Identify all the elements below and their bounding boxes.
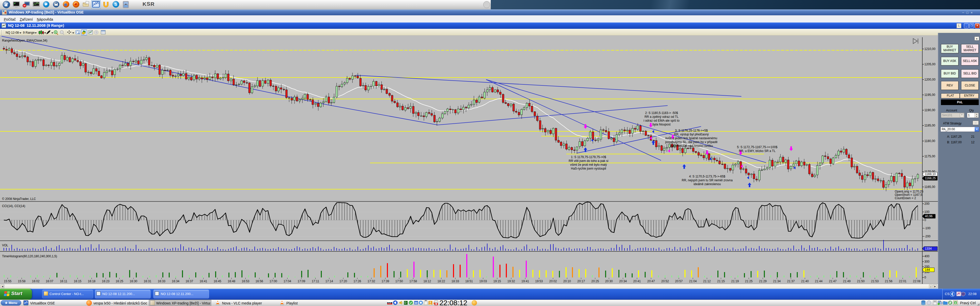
svg-text:20:10: 20:10 (563, 279, 571, 283)
svg-text:19:53: 19:53 (535, 279, 543, 283)
svg-text:21:44: 21:44 (815, 279, 822, 283)
svg-text:20:47: 20:47 (647, 279, 655, 283)
svg-text:17:39: 17:39 (382, 279, 389, 283)
svg-text:144: 144 (925, 268, 930, 271)
svg-text:19:32: 19:32 (508, 279, 515, 283)
svg-text:ideálně zakreslenou: ideálně zakreslenou (694, 182, 721, 186)
svg-text:4: S 1170,5-1173,75->-65$: 4: S 1170,5-1173,75->-65$ (689, 175, 725, 178)
svg-text:1169,10: 1169,10 (925, 172, 936, 176)
svg-text:RR vlítl jsem do toho a pak si: RR vlítl jsem do toho a pak si (569, 159, 608, 163)
svg-text:0: 0 (924, 218, 926, 222)
svg-text:vytvoření DB nad hrozící svíčk: vytvoření DB nad hrozící svíčku (670, 144, 713, 147)
svg-text:21:47: 21:47 (829, 279, 837, 283)
svg-text:21:15: 21:15 (717, 279, 725, 283)
svg-text:1175,00: 1175,00 (924, 155, 935, 158)
svg-text:17:09: 17:09 (298, 279, 305, 283)
svg-text:20:02: 20:02 (549, 279, 557, 283)
svg-text:CCI(14), CCI(14): CCI(14), CCI(14) (2, 204, 25, 208)
svg-text:5: S 1172,75-1167,75->+100$: 5: S 1172,75-1167,75->+100$ (737, 145, 778, 149)
svg-text:18:33: 18:33 (452, 279, 459, 283)
svg-text:RR a zpětný odraz od TL: RR a zpětný odraz od TL (644, 115, 679, 119)
svg-text:1205,00: 1205,00 (924, 62, 935, 66)
svg-text:17:50: 17:50 (395, 279, 403, 283)
svg-text:RangeNextOpen, EMA(Close,34): RangeNextOpen, EMA(Close,34) (2, 39, 47, 42)
svg-text:1334: 1334 (925, 247, 932, 251)
svg-text:21:25: 21:25 (745, 279, 752, 283)
svg-text:21:12: 21:12 (703, 279, 711, 283)
svg-text:17:00: 17:00 (269, 279, 277, 283)
svg-text:40,96: 40,96 (925, 214, 932, 218)
svg-text:400: 400 (924, 254, 929, 258)
svg-text:18:12: 18:12 (423, 279, 431, 283)
svg-text:17:14: 17:14 (325, 279, 333, 283)
svg-text:1195,00: 1195,00 (924, 93, 935, 97)
svg-text:1185,00: 1185,00 (924, 124, 935, 127)
svg-text:20:30: 20:30 (605, 279, 613, 283)
svg-text:CountDown = 2: CountDown = 2 (895, 197, 916, 200)
svg-text:19:03: 19:03 (479, 279, 487, 283)
svg-text:kvůli o jeden tick špatně nast: kvůli o jeden tick špatně nastavenému (666, 136, 718, 140)
svg-text:100: 100 (924, 210, 929, 214)
svg-text:RR, u EMY, blízko SR a TL: RR, u EMY, blízko SR a TL (739, 149, 776, 153)
svg-text:20:17: 20:17 (577, 279, 585, 283)
svg-text:16:25: 16:25 (116, 279, 123, 283)
svg-text:21:29: 21:29 (759, 279, 767, 283)
svg-text:16:31: 16:31 (144, 279, 151, 283)
svg-text:21:34: 21:34 (773, 279, 781, 283)
svg-text:D: D (404, 301, 406, 304)
svg-text:21:37: 21:37 (787, 279, 795, 283)
svg-text:22:08: 22:08 (913, 279, 921, 283)
svg-text:21:19: 21:19 (731, 279, 739, 283)
svg-text:16:07: 16:07 (46, 279, 53, 283)
svg-text:19:15: 19:15 (493, 279, 501, 283)
svg-text:1200,00: 1200,00 (924, 78, 935, 81)
svg-text:20:41: 20:41 (633, 279, 641, 283)
svg-text:21:50: 21:50 (857, 279, 865, 283)
svg-text:21:53: 21:53 (871, 279, 879, 283)
svg-text:16:53: 16:53 (242, 279, 249, 283)
svg-text:HaS-rychle jsem vystoupil: HaS-rychle jsem vystoupil (571, 167, 606, 170)
svg-text:TimeHistogram(60,120,180,240,3: TimeHistogram(60,120,180,240,300,1,5) (2, 254, 57, 258)
svg-text:17:20: 17:20 (339, 279, 347, 283)
svg-text:VOL: VOL (2, 244, 8, 247)
svg-text:3: S 1176,25-1176->+5$: 3: S 1176,25-1176->+5$ (675, 129, 708, 132)
svg-text:1190,00: 1190,00 (924, 108, 935, 112)
svg-text:21:04: 21:04 (689, 279, 697, 283)
svg-text:21:56: 21:56 (885, 279, 892, 283)
svg-text:16:23: 16:23 (102, 279, 110, 283)
svg-text:16:37: 16:37 (186, 279, 193, 283)
svg-text:21:49: 21:49 (843, 279, 851, 283)
svg-text:20:25: 20:25 (591, 279, 599, 283)
svg-text:19:41: 19:41 (522, 279, 529, 283)
svg-text:20:34: 20:34 (619, 279, 627, 283)
svg-text:16:18: 16:18 (88, 279, 95, 283)
svg-text:1210,00: 1210,00 (924, 47, 935, 51)
svg-text:0: 0 (924, 276, 926, 279)
svg-text:CZ: CZ (388, 302, 391, 304)
svg-text:18:51: 18:51 (465, 279, 473, 283)
svg-text:-100: -100 (924, 227, 931, 230)
svg-text:16:48: 16:48 (228, 279, 235, 283)
svg-text:16:34: 16:34 (172, 279, 180, 283)
svg-text:200: 200 (924, 202, 929, 206)
svg-text:OpenLong = 1170,25: OpenLong = 1170,25 (895, 190, 924, 193)
svg-text:16:41: 16:41 (200, 279, 207, 283)
svg-text:16:11: 16:11 (60, 279, 67, 283)
svg-text:16:02: 16:02 (32, 279, 40, 283)
svg-text:17:26: 17:26 (353, 279, 361, 283)
svg-text:15:58: 15:58 (18, 279, 25, 283)
svg-text:i odraz od EMA-ale spíš to: i odraz od EMA-ale spíš to (644, 119, 679, 122)
svg-text:17:11: 17:11 (312, 279, 319, 283)
svg-text:RR, výstup byl předčasný: RR, výstup byl předčasný (674, 133, 709, 136)
svg-text:18:22: 18:22 (438, 279, 445, 283)
svg-text:16:30: 16:30 (130, 279, 137, 283)
svg-text:1: S 1179,75-1179,75->0$: 1: S 1179,75-1179,75->0$ (571, 155, 606, 159)
svg-text:© 2008 NinjaTrader, LLC: © 2008 NinjaTrader, LLC (2, 197, 36, 201)
svg-text:všiml že proti mě bylo malý: všiml že proti mě bylo malý (570, 163, 607, 166)
svg-text:17:32: 17:32 (368, 279, 375, 283)
svg-text:1165,00: 1165,00 (924, 185, 935, 189)
svg-text:300: 300 (924, 260, 929, 263)
svg-text:17:58: 17:58 (409, 279, 417, 283)
svg-text:16:33: 16:33 (158, 279, 165, 283)
svg-text:1168,25: 1168,25 (925, 176, 936, 180)
